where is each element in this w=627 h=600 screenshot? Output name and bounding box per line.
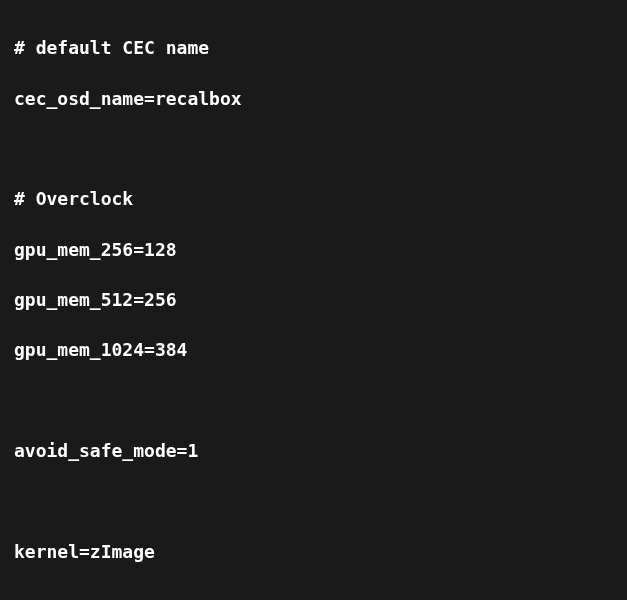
config-line (14, 589, 613, 600)
config-line (14, 388, 613, 413)
config-line: gpu_mem_256=128 (14, 237, 613, 262)
config-line (14, 136, 613, 161)
config-line: avoid_safe_mode=1 (14, 438, 613, 463)
config-line: gpu_mem_1024=384 (14, 337, 613, 362)
config-line (14, 489, 613, 514)
config-line: # default CEC name (14, 35, 613, 60)
terminal-output[interactable]: # default CEC name cec_osd_name=recalbox… (14, 10, 613, 600)
config-line: # Overclock (14, 186, 613, 211)
config-line: gpu_mem_512=256 (14, 287, 613, 312)
config-line: cec_osd_name=recalbox (14, 86, 613, 111)
config-line: kernel=zImage (14, 539, 613, 564)
